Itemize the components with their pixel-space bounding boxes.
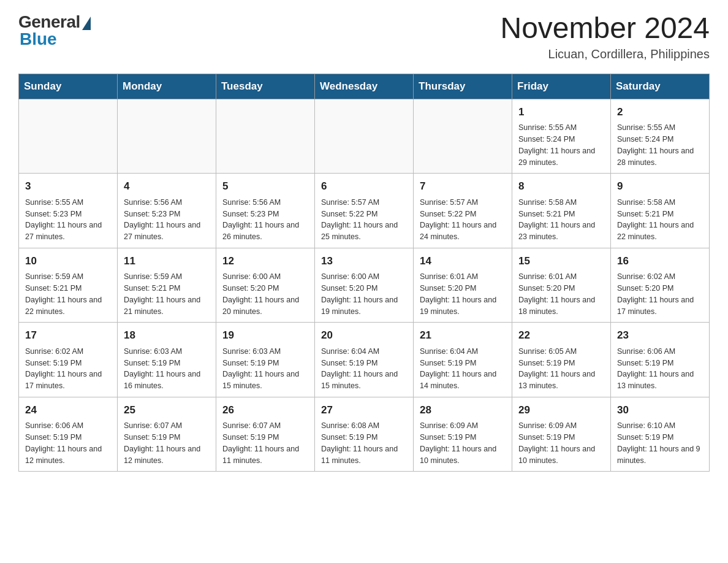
day-number: 25: [124, 402, 210, 418]
calendar-week-2: 3Sunrise: 5:55 AM Sunset: 5:23 PM Daylig…: [19, 174, 710, 248]
day-info: Sunrise: 5:55 AM Sunset: 5:24 PM Dayligh…: [617, 122, 703, 168]
calendar-cell: 23Sunrise: 6:06 AM Sunset: 5:19 PM Dayli…: [611, 323, 710, 397]
month-year-title: November 2024: [500, 12, 710, 45]
day-info: Sunrise: 6:07 AM Sunset: 5:19 PM Dayligh…: [222, 420, 308, 466]
calendar-cell: 21Sunrise: 6:04 AM Sunset: 5:19 PM Dayli…: [414, 323, 512, 397]
day-info: Sunrise: 6:00 AM Sunset: 5:20 PM Dayligh…: [321, 271, 407, 317]
day-number: 17: [25, 327, 111, 343]
calendar-week-3: 10Sunrise: 5:59 AM Sunset: 5:21 PM Dayli…: [19, 248, 710, 323]
day-number: 2: [617, 104, 703, 120]
calendar-cell: 15Sunrise: 6:01 AM Sunset: 5:20 PM Dayli…: [512, 248, 611, 323]
calendar-cell: 20Sunrise: 6:04 AM Sunset: 5:19 PM Dayli…: [315, 323, 414, 397]
day-number: 3: [25, 178, 111, 194]
day-number: 10: [25, 253, 111, 269]
calendar-cell: 16Sunrise: 6:02 AM Sunset: 5:20 PM Dayli…: [611, 248, 710, 323]
day-info: Sunrise: 5:56 AM Sunset: 5:23 PM Dayligh…: [222, 197, 308, 243]
calendar-cell: 30Sunrise: 6:10 AM Sunset: 5:19 PM Dayli…: [611, 397, 710, 472]
header: General Blue November 2024 Licuan, Cordi…: [18, 12, 710, 61]
day-number: 6: [321, 178, 407, 194]
day-info: Sunrise: 6:01 AM Sunset: 5:20 PM Dayligh…: [420, 271, 506, 317]
calendar-cell: 19Sunrise: 6:03 AM Sunset: 5:19 PM Dayli…: [216, 323, 315, 397]
day-info: Sunrise: 5:59 AM Sunset: 5:21 PM Dayligh…: [124, 271, 210, 317]
day-info: Sunrise: 6:04 AM Sunset: 5:19 PM Dayligh…: [420, 346, 506, 392]
day-number: 23: [617, 327, 703, 343]
calendar-cell: 18Sunrise: 6:03 AM Sunset: 5:19 PM Dayli…: [118, 323, 216, 397]
calendar-cell: 4Sunrise: 5:56 AM Sunset: 5:23 PM Daylig…: [118, 174, 216, 248]
day-info: Sunrise: 6:00 AM Sunset: 5:20 PM Dayligh…: [222, 271, 308, 317]
day-number: 30: [617, 402, 703, 418]
calendar-cell: 1Sunrise: 5:55 AM Sunset: 5:24 PM Daylig…: [512, 99, 611, 174]
day-of-week-thursday: Thursday: [414, 74, 512, 99]
day-info: Sunrise: 6:02 AM Sunset: 5:20 PM Dayligh…: [617, 271, 703, 317]
calendar-cell: 17Sunrise: 6:02 AM Sunset: 5:19 PM Dayli…: [19, 323, 118, 397]
day-of-week-saturday: Saturday: [611, 74, 710, 99]
calendar-cell: 7Sunrise: 5:57 AM Sunset: 5:22 PM Daylig…: [414, 174, 512, 248]
calendar-week-4: 17Sunrise: 6:02 AM Sunset: 5:19 PM Dayli…: [19, 323, 710, 397]
day-number: 24: [25, 402, 111, 418]
day-number: 26: [222, 402, 308, 418]
logo-triangle-icon: [82, 17, 91, 30]
calendar-cell: 28Sunrise: 6:09 AM Sunset: 5:19 PM Dayli…: [414, 397, 512, 472]
day-number: 1: [518, 104, 604, 120]
days-of-week-row: SundayMondayTuesdayWednesdayThursdayFrid…: [19, 74, 710, 99]
calendar-cell: 12Sunrise: 6:00 AM Sunset: 5:20 PM Dayli…: [216, 248, 315, 323]
day-info: Sunrise: 6:09 AM Sunset: 5:19 PM Dayligh…: [420, 420, 506, 466]
day-info: Sunrise: 6:03 AM Sunset: 5:19 PM Dayligh…: [222, 346, 308, 392]
day-number: 15: [518, 253, 604, 269]
day-number: 14: [420, 253, 506, 269]
day-number: 28: [420, 402, 506, 418]
day-of-week-tuesday: Tuesday: [216, 74, 315, 99]
calendar-cell: [315, 99, 414, 174]
calendar-cell: 10Sunrise: 5:59 AM Sunset: 5:21 PM Dayli…: [19, 248, 118, 323]
day-info: Sunrise: 5:56 AM Sunset: 5:23 PM Dayligh…: [124, 197, 210, 243]
day-info: Sunrise: 6:06 AM Sunset: 5:19 PM Dayligh…: [617, 346, 703, 392]
calendar-cell: 25Sunrise: 6:07 AM Sunset: 5:19 PM Dayli…: [118, 397, 216, 472]
day-number: 9: [617, 178, 703, 194]
calendar-cell: 2Sunrise: 5:55 AM Sunset: 5:24 PM Daylig…: [611, 99, 710, 174]
day-number: 12: [222, 253, 308, 269]
day-info: Sunrise: 5:57 AM Sunset: 5:22 PM Dayligh…: [420, 197, 506, 243]
day-number: 21: [420, 327, 506, 343]
day-info: Sunrise: 6:01 AM Sunset: 5:20 PM Dayligh…: [518, 271, 604, 317]
day-number: 13: [321, 253, 407, 269]
calendar-cell: 14Sunrise: 6:01 AM Sunset: 5:20 PM Dayli…: [414, 248, 512, 323]
day-number: 19: [222, 327, 308, 343]
day-of-week-monday: Monday: [118, 74, 216, 99]
header-right: November 2024 Licuan, Cordillera, Philip…: [500, 12, 710, 61]
day-number: 22: [518, 327, 604, 343]
calendar-week-5: 24Sunrise: 6:06 AM Sunset: 5:19 PM Dayli…: [19, 397, 710, 472]
day-of-week-friday: Friday: [512, 74, 611, 99]
calendar-header: SundayMondayTuesdayWednesdayThursdayFrid…: [19, 74, 710, 99]
day-info: Sunrise: 5:55 AM Sunset: 5:24 PM Dayligh…: [518, 122, 604, 168]
day-info: Sunrise: 6:07 AM Sunset: 5:19 PM Dayligh…: [124, 420, 210, 466]
calendar-body: 1Sunrise: 5:55 AM Sunset: 5:24 PM Daylig…: [19, 99, 710, 472]
day-number: 5: [222, 178, 308, 194]
calendar-cell: 26Sunrise: 6:07 AM Sunset: 5:19 PM Dayli…: [216, 397, 315, 472]
calendar-cell: 13Sunrise: 6:00 AM Sunset: 5:20 PM Dayli…: [315, 248, 414, 323]
day-info: Sunrise: 5:57 AM Sunset: 5:22 PM Dayligh…: [321, 197, 407, 243]
calendar-cell: 6Sunrise: 5:57 AM Sunset: 5:22 PM Daylig…: [315, 174, 414, 248]
day-info: Sunrise: 5:58 AM Sunset: 5:21 PM Dayligh…: [617, 197, 703, 243]
day-info: Sunrise: 5:58 AM Sunset: 5:21 PM Dayligh…: [518, 197, 604, 243]
day-number: 11: [124, 253, 210, 269]
logo: General Blue: [18, 12, 91, 49]
location-subtitle: Licuan, Cordillera, Philippines: [500, 47, 710, 61]
day-number: 18: [124, 327, 210, 343]
day-info: Sunrise: 6:03 AM Sunset: 5:19 PM Dayligh…: [124, 346, 210, 392]
calendar-cell: 11Sunrise: 5:59 AM Sunset: 5:21 PM Dayli…: [118, 248, 216, 323]
day-of-week-wednesday: Wednesday: [315, 74, 414, 99]
day-info: Sunrise: 6:05 AM Sunset: 5:19 PM Dayligh…: [518, 346, 604, 392]
calendar-cell: 8Sunrise: 5:58 AM Sunset: 5:21 PM Daylig…: [512, 174, 611, 248]
day-number: 29: [518, 402, 604, 418]
calendar-cell: [19, 99, 118, 174]
calendar-cell: [414, 99, 512, 174]
calendar-cell: 5Sunrise: 5:56 AM Sunset: 5:23 PM Daylig…: [216, 174, 315, 248]
day-number: 27: [321, 402, 407, 418]
day-number: 20: [321, 327, 407, 343]
day-info: Sunrise: 6:06 AM Sunset: 5:19 PM Dayligh…: [25, 420, 111, 466]
day-info: Sunrise: 6:04 AM Sunset: 5:19 PM Dayligh…: [321, 346, 407, 392]
calendar-cell: [118, 99, 216, 174]
calendar-cell: 29Sunrise: 6:09 AM Sunset: 5:19 PM Dayli…: [512, 397, 611, 472]
calendar-cell: 9Sunrise: 5:58 AM Sunset: 5:21 PM Daylig…: [611, 174, 710, 248]
logo-bottom: Blue: [20, 29, 57, 49]
